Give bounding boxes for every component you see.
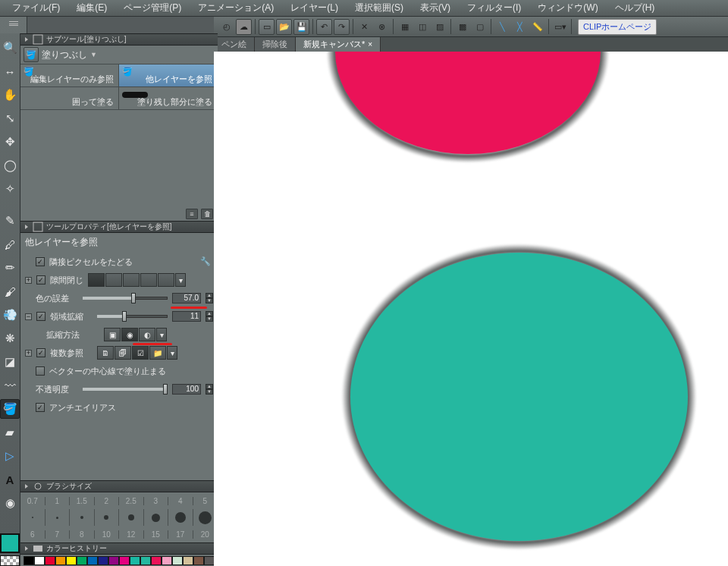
area-spinner[interactable]: ▲▼ [206,311,213,322]
subtool-trash-icon[interactable]: 🗑 [201,209,213,219]
subtool-panel-header[interactable]: サブツール[塗りつぶし] [20,33,218,46]
tolerance-value[interactable]: 57.0 [172,293,201,303]
bs-label-3[interactable]: 2 [95,497,120,505]
checkbox-gap[interactable]: ✓ [36,275,46,285]
bs-dot-5[interactable] [144,509,169,526]
toolbar-deleteout-icon[interactable]: ⊗ [374,19,390,35]
tool-gradient-icon[interactable]: ▰ [0,423,20,442]
tool-airbrush-icon[interactable]: 💨 [0,305,20,325]
color-swatch-17[interactable] [204,556,215,565]
close-icon[interactable]: × [368,40,372,49]
checkbox-aa[interactable]: ✓ [36,403,45,412]
expand-gap-button[interactable]: + [25,277,32,284]
tool-blend-icon[interactable]: 〰 [0,376,20,395]
tool-correct-icon[interactable]: ◉ [0,493,20,513]
bs-label-5[interactable]: 3 [144,497,169,505]
menu-file[interactable]: ファイル(F) [5,0,67,17]
tool-pen-icon[interactable]: 🖊 [0,234,20,254]
multi-sel[interactable]: ☑ [132,346,149,360]
color-swatch-1[interactable] [34,556,45,565]
bs-label-1[interactable]: 1 [46,497,71,505]
bs-label-0[interactable]: 0.7 [20,497,46,505]
bs-label-2[interactable]: 1.5 [70,497,95,505]
bs-label-10[interactable]: 8 [70,530,95,539]
bs-dot-1[interactable] [46,509,71,526]
bs-label-8[interactable]: 6 [20,530,46,539]
dock-grip-icon[interactable] [9,21,18,26]
tool-eraser-icon[interactable]: ◪ [0,352,20,372]
toolprop-panel-header[interactable]: ツールプロパティ[他レイヤーを参照] [20,221,218,233]
tool-eyedropper-icon[interactable]: ✎ [0,211,20,231]
expand-multi-button[interactable]: + [25,350,32,357]
tool-wand-icon[interactable]: ✧ [0,179,20,199]
tool-text-icon[interactable]: A [0,470,20,489]
color-swatch-13[interactable] [162,556,172,565]
menu-view[interactable]: 表示(V) [413,0,458,17]
toolbar-open-icon[interactable]: 📂 [276,19,292,35]
toolbar-undo-icon[interactable]: ↶ [316,19,332,35]
tool-figure-icon[interactable]: ▷ [0,446,20,466]
menu-layer[interactable]: レイヤー(L) [283,0,346,17]
toolbar-snap1-icon[interactable]: ╲ [494,19,510,35]
colorhistory-panel-header[interactable]: カラーヒストリー [20,542,218,555]
color-swatch-10[interactable] [130,556,140,565]
method-round[interactable]: ◉ [121,328,138,341]
area-value[interactable]: 11 [172,311,201,322]
subtool-edit-layer-only[interactable]: 🪣 編集レイヤーのみ参照 [20,64,119,87]
toolbar-clipstudio-icon[interactable]: ☁ [236,19,252,35]
menu-help[interactable]: ヘルプ(H) [607,0,663,17]
menu-select[interactable]: 選択範囲(S) [347,0,411,17]
bs-dot-0[interactable] [20,509,46,526]
toolbar-new-icon[interactable]: ▭ [259,19,275,35]
bs-label-13[interactable]: 15 [144,530,169,539]
bs-label-9[interactable]: 7 [46,530,71,539]
opacity-slider[interactable] [83,385,168,394]
toolbar-selborder-icon[interactable]: ▢ [472,19,488,35]
menu-filter[interactable]: フィルター(I) [460,0,529,17]
tab-doc-0[interactable]: ペン絵 [214,37,255,52]
gap-level-4[interactable] [158,273,174,287]
multi-more[interactable]: ▾ [167,346,177,360]
canvas-viewport[interactable] [214,52,728,566]
toolbar-fill-icon[interactable]: ▦ [397,19,413,35]
menu-anim[interactable]: アニメーション(A) [190,0,281,17]
tool-zoom-icon[interactable]: 🔍 [0,38,20,58]
panel-handle-icon[interactable] [25,484,28,489]
toolbar-selinvert-icon[interactable]: ▩ [454,19,470,35]
wrench-icon[interactable]: 🔧 [200,256,212,268]
bs-label-11[interactable]: 10 [95,530,120,539]
toolbar-save-icon[interactable]: 💾 [293,19,309,35]
tool-move-icon[interactable]: ↔ [0,61,20,81]
menu-window[interactable]: ウィンドウ(W) [530,0,605,17]
subtool-other-layers[interactable]: 🪣 他レイヤーを参照 [119,64,218,87]
menu-page[interactable]: ページ管理(P) [116,0,189,17]
checkbox-adjacent[interactable]: ✓ [36,257,45,266]
chevron-down-icon[interactable]: ▼ [90,51,99,58]
tab-doc-2[interactable]: 新規キャンバス*× [296,37,381,52]
tab-doc-1[interactable]: 掃除後 [255,37,296,52]
tool-brush-icon[interactable]: 🖌 [0,281,20,301]
bs-dot-4[interactable] [119,509,144,526]
toolbar-delete-icon[interactable]: ✕ [356,19,372,35]
tool-hand-icon[interactable]: ✋ [0,85,20,105]
gap-level-3[interactable] [140,273,157,287]
tolerance-slider[interactable] [83,294,168,303]
expand-area-button[interactable]: − [25,313,32,320]
color-swatch-14[interactable] [172,556,183,565]
bs-dot-6[interactable] [168,509,193,526]
bs-label-12[interactable]: 12 [119,530,144,539]
toolbar-quickaccess-icon[interactable]: ◴ [218,19,234,35]
method-rect[interactable]: ▣ [104,328,121,341]
method-darkest[interactable]: ◐ [139,328,155,341]
opacity-spinner[interactable]: ▲▼ [206,384,213,395]
subtool-enclose-fill[interactable]: 囲って塗る [20,87,119,110]
subtool-leftover-fill[interactable]: 塗り残し部分に塗る [119,87,218,110]
toolbar-redo-icon[interactable]: ↷ [334,19,350,35]
multi-ref[interactable]: 🗐 [115,346,131,360]
toolbar-tone-icon[interactable]: ▨ [431,19,447,35]
method-more[interactable]: ▾ [156,328,167,341]
color-swatch-12[interactable] [151,556,162,565]
color-swatch-11[interactable] [140,556,151,565]
clip-homepage-link[interactable]: CLIPホームページ [578,19,657,35]
opacity-value[interactable]: 100 [172,384,201,395]
